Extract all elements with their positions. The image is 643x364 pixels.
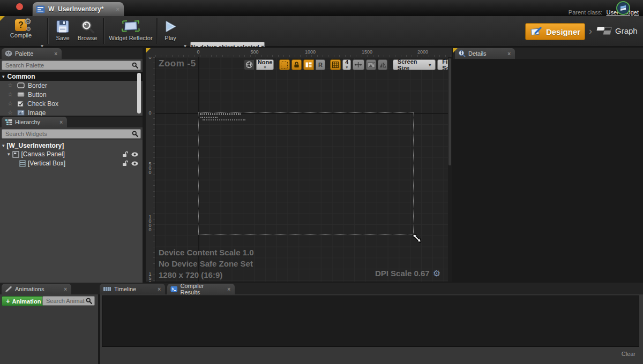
localization-globe-button[interactable]: [244, 59, 255, 70]
vertical-box-outline[interactable]: [203, 119, 245, 120]
vertical-box-icon: [19, 160, 26, 167]
hierarchy-search-input[interactable]: [4, 130, 132, 138]
favorite-star-icon[interactable]: ☆: [8, 82, 14, 89]
grid-snap-toggle-button[interactable]: [330, 59, 341, 70]
tab-hierarchy[interactable]: Hierarchy ×: [2, 117, 67, 127]
play-button[interactable]: Play: [159, 18, 182, 47]
respect-locks-button[interactable]: [303, 59, 314, 70]
resize-mode-button[interactable]: R: [316, 59, 325, 70]
visibility-eye-icon[interactable]: [131, 161, 138, 166]
dpi-settings-gear-icon[interactable]: ⚙: [433, 268, 440, 278]
viewport-overlay-info: Device Content Scale 1.0 No Device Safe …: [159, 247, 254, 280]
close-icon[interactable]: ×: [63, 286, 68, 292]
ruler-tick-label: 1000: [147, 214, 152, 231]
save-button[interactable]: Save: [51, 18, 74, 47]
resize-cursor-icon: [412, 233, 422, 244]
tree-item-root[interactable]: ▾ [W_UserInventory]: [0, 141, 143, 150]
graph-mode-button[interactable]: Graph: [596, 25, 638, 36]
favorite-star-icon[interactable]: ☆: [8, 109, 14, 116]
designer-mode-button[interactable]: Designer: [525, 23, 585, 40]
clear-log-button[interactable]: Clear: [622, 351, 635, 357]
toolbar-separator: [103, 18, 104, 44]
widget-reflector-button[interactable]: Widget Reflector: [106, 18, 155, 47]
tab-compiler-results[interactable]: Compiler Results ×: [167, 284, 235, 294]
close-icon[interactable]: ×: [226, 286, 231, 292]
tab-timeline[interactable]: Timeline ×: [100, 284, 165, 294]
tab-animations[interactable]: Animations ×: [2, 284, 71, 294]
flip-triangles-icon: [379, 62, 386, 68]
palette-item-label: Border: [28, 82, 47, 89]
resolution-label: 1280 x 720 (16:9): [159, 269, 254, 280]
canvas-panel-icon: [12, 151, 19, 158]
favorite-star-icon[interactable]: ☆: [8, 91, 14, 98]
close-icon[interactable]: ×: [58, 119, 64, 125]
close-icon[interactable]: ×: [53, 51, 58, 57]
bottom-tab-strip: Animations × Timeline × Compiler Results…: [0, 283, 643, 294]
transform-widget-button[interactable]: [353, 59, 364, 70]
expander-icon[interactable]: ▾: [2, 143, 5, 148]
user-widget-icon: [619, 5, 627, 11]
ruler-tick-label: 0: [197, 49, 199, 55]
tab-palette[interactable]: Palette ×: [2, 48, 62, 59]
viewport-scrollbar[interactable]: [448, 57, 452, 282]
browse-icon: [80, 19, 95, 34]
gear-icon: ⚙: [26, 23, 31, 35]
compiler-results-tab-label: Compiler Results: [180, 283, 223, 295]
tree-item-canvas-panel[interactable]: ▾ [Canvas Panel]: [0, 150, 143, 158]
palette-search-field[interactable]: [2, 60, 141, 70]
animation-search-field[interactable]: [42, 296, 95, 306]
unlocked-icon[interactable]: [122, 160, 128, 166]
palette-scrollbar[interactable]: [137, 73, 141, 113]
canvas-design-area[interactable]: [198, 112, 414, 235]
hierarchy-search-field[interactable]: [2, 129, 141, 139]
palette-item-image[interactable]: ☆ Image: [0, 108, 143, 116]
design-surface[interactable]: Zoom -5 None ▾: [155, 57, 448, 282]
add-animation-label: Animation: [12, 298, 41, 305]
visibility-eye-icon[interactable]: [131, 152, 138, 157]
compiler-log-area[interactable]: [102, 295, 639, 347]
favorite-star-icon[interactable]: ☆: [8, 100, 14, 107]
hierarchy-tab-label: Hierarchy: [15, 119, 40, 125]
expander-icon[interactable]: ▾: [8, 151, 10, 157]
grid-snap-value: 4: [345, 60, 348, 65]
preview-background-button[interactable]: [366, 59, 377, 70]
blocks-icon: [305, 62, 312, 67]
fill-screen-label: Fill Screen: [442, 58, 448, 71]
close-window-button[interactable]: [16, 3, 23, 10]
asset-tab-close-icon[interactable]: ×: [115, 6, 121, 12]
tree-item-label: [Canvas Panel]: [21, 150, 65, 158]
palette-item-check-box[interactable]: ☆ Check Box: [0, 99, 143, 108]
palette-item-border[interactable]: ☆ Border: [0, 81, 143, 90]
close-icon[interactable]: ×: [156, 286, 162, 292]
tree-item-vertical-box[interactable]: [Vertical Box]: [0, 158, 143, 168]
palette-section-common[interactable]: ▾ Common: [0, 72, 143, 81]
screen-size-dropdown[interactable]: Screen Size ▾: [393, 59, 436, 70]
selected-widget-outline[interactable]: [200, 113, 241, 115]
chevron-down-icon: ▾: [346, 65, 348, 70]
close-icon[interactable]: ×: [506, 51, 512, 57]
animation-search-input[interactable]: [45, 297, 86, 305]
lock-widgets-button[interactable]: [291, 59, 302, 70]
expander-icon[interactable]: ▾: [2, 74, 5, 79]
border-widget-icon: [17, 82, 25, 88]
browse-button[interactable]: Browse: [74, 18, 101, 47]
palette-search-input[interactable]: [4, 62, 132, 69]
horizontal-ruler: 0 500 1000 1500 2000: [155, 48, 452, 57]
compile-button[interactable]: ? ⚙ ⚙ Compile: [5, 18, 36, 47]
button-widget-icon: [17, 92, 25, 97]
palette-item-button[interactable]: ☆ Button: [0, 90, 143, 99]
add-animation-button[interactable]: + Animation: [2, 296, 45, 306]
unlocked-icon[interactable]: [122, 151, 128, 157]
toggle-outlines-button[interactable]: [279, 59, 290, 70]
grid-snap-size-dropdown[interactable]: 4 ▾: [342, 59, 351, 70]
preview-flag-dropdown[interactable]: None ▾: [256, 59, 274, 70]
title-bar: W_UserInventory* × Parent class: User Wi…: [0, 0, 643, 16]
tab-details[interactable]: Details ×: [455, 48, 515, 59]
flip-preview-button[interactable]: [378, 59, 387, 70]
fill-screen-dropdown[interactable]: Fill Screen ▾: [437, 59, 448, 70]
asset-tab[interactable]: W_UserInventory* ×: [32, 2, 124, 16]
dock-corner-marker: [0, 16, 5, 21]
compiler-results-icon: [170, 286, 177, 292]
details-info-icon: [458, 50, 466, 57]
details-tab-label: Details: [468, 50, 487, 57]
